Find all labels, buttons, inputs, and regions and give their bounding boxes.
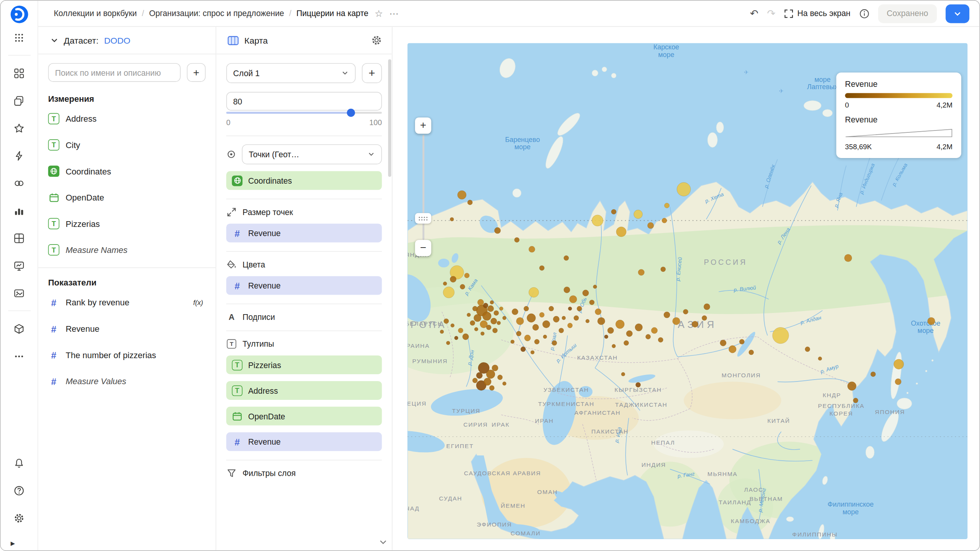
map-data-point[interactable] xyxy=(626,331,632,337)
map-data-point[interactable] xyxy=(499,307,503,311)
map-data-point[interactable] xyxy=(608,328,614,334)
fullscreen-button[interactable]: На весь экран xyxy=(784,9,850,18)
map-data-point[interactable] xyxy=(486,325,491,330)
map-data-point[interactable] xyxy=(647,222,653,228)
map-data-point[interactable] xyxy=(562,316,566,320)
map-data-point[interactable] xyxy=(928,317,935,325)
field-pill-coordinates[interactable]: Coordinates xyxy=(226,171,382,190)
map-data-point[interactable] xyxy=(646,334,651,339)
dataset-name-link[interactable]: DODO xyxy=(104,35,131,45)
map-data-point[interactable] xyxy=(583,290,589,296)
map-data-point[interactable] xyxy=(529,246,535,252)
map-data-point[interactable] xyxy=(805,347,810,352)
gallery-image-icon[interactable] xyxy=(8,282,30,304)
map-data-point[interactable] xyxy=(720,340,726,346)
field-pill-revenue[interactable]: #Revenue xyxy=(226,223,382,242)
map-data-point[interactable] xyxy=(638,269,644,276)
map-data-point[interactable] xyxy=(511,340,514,344)
charts-icon[interactable] xyxy=(8,200,30,221)
help-icon[interactable] xyxy=(8,480,30,501)
field-pill-opendate[interactable]: OpenDate xyxy=(226,407,382,425)
favorites-star-icon[interactable] xyxy=(8,117,30,139)
map-data-point[interactable] xyxy=(593,285,597,289)
dashboards-monitor-icon[interactable] xyxy=(8,255,30,276)
notifications-bell-icon[interactable] xyxy=(8,452,30,474)
field-pill-revenue[interactable]: #Revenue xyxy=(226,276,382,295)
workbooks-icon[interactable] xyxy=(8,90,30,111)
map-data-point[interactable] xyxy=(472,306,477,311)
map-data-point[interactable] xyxy=(552,341,557,346)
map-data-point[interactable] xyxy=(567,323,572,328)
geotype-select[interactable]: Точки (Геот… xyxy=(242,144,382,164)
dimension-measure-names[interactable]: TMeasure Names xyxy=(48,241,212,259)
map-data-point[interactable] xyxy=(598,317,605,325)
map-data-point[interactable] xyxy=(683,309,688,314)
datasets-table-icon[interactable] xyxy=(8,227,30,249)
map-data-point[interactable] xyxy=(534,339,539,344)
measure-the-number-of-pizzerias[interactable]: #The number of pizzerias xyxy=(48,346,212,364)
map-data-point[interactable] xyxy=(494,227,500,233)
map-data-point[interactable] xyxy=(704,303,710,310)
map-data-point[interactable] xyxy=(458,328,463,333)
map-data-point[interactable] xyxy=(564,256,569,261)
opacity-value-box[interactable]: 80 xyxy=(226,92,382,111)
map-data-point[interactable] xyxy=(542,321,550,328)
map-data-point[interactable] xyxy=(493,328,498,333)
map-data-point[interactable] xyxy=(895,378,901,385)
settings-gear-icon[interactable] xyxy=(8,507,30,529)
favorite-star-icon[interactable]: ☆ xyxy=(375,9,383,18)
zoom-slider-track[interactable] xyxy=(423,135,425,240)
map-data-point[interactable] xyxy=(490,300,494,304)
map-data-point[interactable] xyxy=(514,237,519,242)
dimension-address[interactable]: TAddress xyxy=(48,110,212,127)
map-data-point[interactable] xyxy=(574,315,579,320)
quick-actions-bolt-icon[interactable] xyxy=(8,145,30,166)
map-data-point[interactable] xyxy=(549,306,554,311)
map-data-point[interactable] xyxy=(477,299,483,305)
zoom-in-button[interactable]: + xyxy=(415,117,431,134)
map-data-point[interactable] xyxy=(739,339,744,344)
connections-icon[interactable] xyxy=(8,173,30,194)
saved-button[interactable]: Сохранено xyxy=(878,4,937,23)
map-data-point[interactable] xyxy=(539,266,544,271)
layer-select[interactable]: Слой 1 xyxy=(226,63,356,83)
map-data-point[interactable] xyxy=(624,341,629,346)
map-data-point[interactable] xyxy=(564,287,570,293)
map-data-point[interactable] xyxy=(503,316,506,320)
map-data-point[interactable] xyxy=(521,347,526,352)
map-data-point[interactable] xyxy=(662,218,667,223)
map-data-point[interactable] xyxy=(516,317,524,325)
map-data-point[interactable] xyxy=(484,378,492,386)
map-data-point[interactable] xyxy=(462,334,469,340)
map-data-point[interactable] xyxy=(559,328,564,333)
map-data-point[interactable] xyxy=(440,330,444,334)
map-data-point[interactable] xyxy=(498,375,503,380)
chart-type-label[interactable]: Карта xyxy=(244,35,268,45)
map-data-point[interactable] xyxy=(524,306,529,311)
map-data-point[interactable] xyxy=(848,382,856,391)
redo-icon[interactable]: ↷ xyxy=(767,8,776,20)
map-data-point[interactable] xyxy=(665,203,670,208)
map-data-point[interactable] xyxy=(586,319,590,323)
chart-settings-gear-icon[interactable] xyxy=(371,35,382,46)
map-data-point[interactable] xyxy=(450,276,456,282)
map-data-point[interactable] xyxy=(527,314,536,323)
dimension-pizzerias[interactable]: TPizzerias xyxy=(48,215,212,233)
map-data-point[interactable] xyxy=(486,370,495,379)
map-data-point[interactable] xyxy=(454,336,458,340)
opacity-slider[interactable] xyxy=(226,112,382,114)
dimension-city[interactable]: TCity xyxy=(48,136,212,154)
map-data-point[interactable] xyxy=(634,210,643,219)
add-field-button[interactable]: + xyxy=(187,63,206,82)
map-data-point[interactable] xyxy=(472,378,477,383)
nav-grid-icon[interactable] xyxy=(8,62,30,84)
map-data-point[interactable] xyxy=(664,312,670,318)
measure-rank-by-revenue[interactable]: #Rank by revenuef(x) xyxy=(48,293,212,311)
field-pill-pizzerias[interactable]: TPizzerias xyxy=(226,355,382,374)
map-data-point[interactable] xyxy=(569,295,577,303)
field-pill-address[interactable]: TAddress xyxy=(226,381,382,400)
breadcrumb-workbook[interactable]: Организации: спрос и предложение xyxy=(149,9,284,18)
map-data-point[interactable] xyxy=(568,307,572,311)
map-data-point[interactable] xyxy=(577,306,582,311)
map-data-point[interactable] xyxy=(446,341,450,345)
